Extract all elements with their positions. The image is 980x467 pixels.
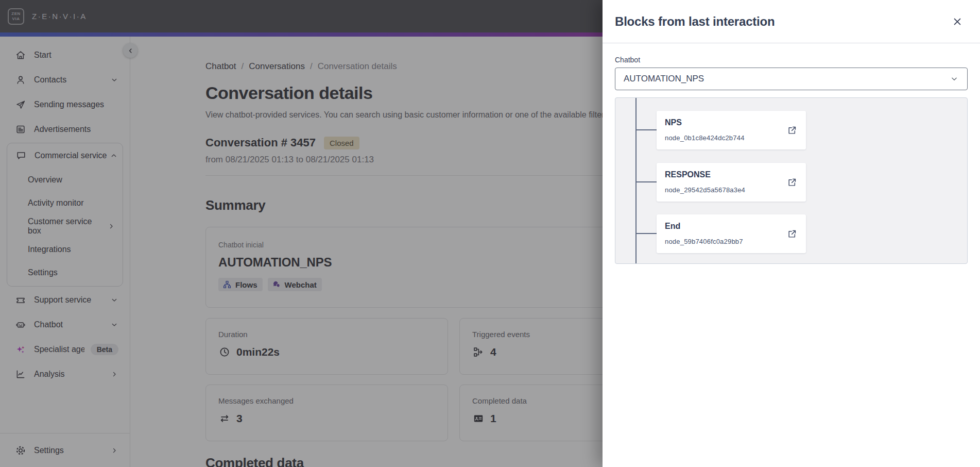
- drawer-header: Blocks from last interaction: [603, 0, 980, 43]
- tree-connector: [637, 181, 657, 182]
- external-link-icon[interactable]: [786, 177, 798, 188]
- tree-line: [635, 98, 637, 263]
- blocks-tree-panel: NPS node_0b1c8e424dc2b744 RESPONSE node_…: [615, 97, 968, 264]
- drawer-title: Blocks from last interaction: [615, 14, 775, 29]
- block-card-response[interactable]: RESPONSE node_29542d5a5678a3e4: [657, 163, 806, 202]
- block-node-id: node_59b7406fc0a29bb7: [665, 238, 798, 245]
- blocks-drawer: Blocks from last interaction Chatbot AUT…: [603, 0, 980, 467]
- chatbot-select-value: AUTOMATION_NPS: [624, 74, 704, 84]
- block-card-nps[interactable]: NPS node_0b1c8e424dc2b744: [657, 111, 806, 149]
- block-node-id: node_29542d5a5678a3e4: [665, 186, 798, 194]
- block-node-id: node_0b1c8e424dc2b744: [665, 134, 798, 142]
- chatbot-select-label: Chatbot: [615, 56, 968, 64]
- chatbot-select[interactable]: AUTOMATION_NPS: [615, 68, 968, 90]
- tree-connector: [637, 129, 657, 130]
- block-card-end[interactable]: End node_59b7406fc0a29bb7: [657, 214, 806, 253]
- external-link-icon[interactable]: [786, 228, 798, 240]
- block-name: RESPONSE: [665, 170, 798, 179]
- close-icon[interactable]: [951, 15, 964, 28]
- external-link-icon[interactable]: [786, 125, 798, 136]
- block-name: End: [665, 222, 798, 231]
- block-name: NPS: [665, 118, 798, 127]
- tree-connector: [637, 233, 657, 234]
- chevron-down-icon: [950, 74, 959, 84]
